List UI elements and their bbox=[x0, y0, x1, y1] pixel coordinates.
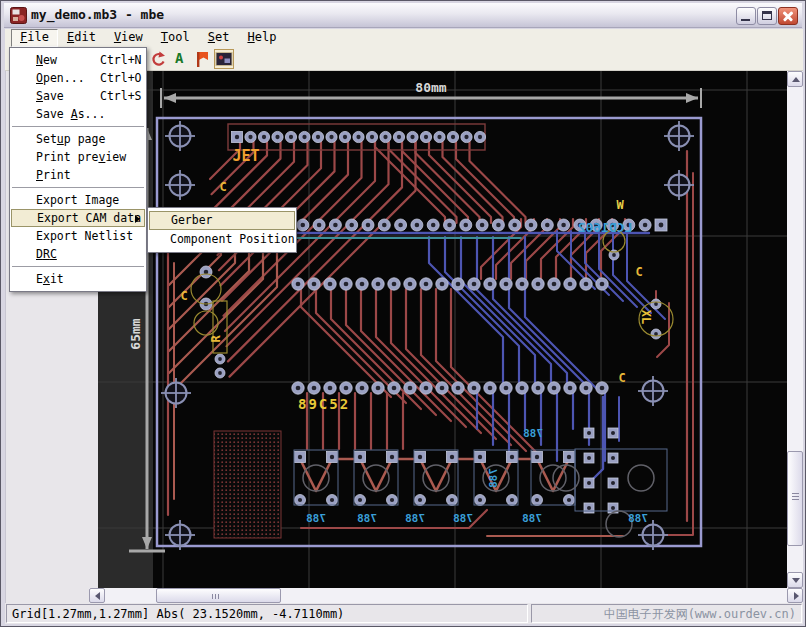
menu-item-save-as[interactable]: Save As... bbox=[10, 105, 146, 123]
status-grid-readout: Grid[1.27mm,1.27mm] Abs( 23.1520mm, -4.7… bbox=[6, 604, 528, 623]
menu-item-setup-page[interactable]: Setup page bbox=[10, 130, 146, 148]
menu-separator bbox=[12, 126, 144, 127]
copper-pour bbox=[214, 431, 281, 538]
menu-item-label: Setup page bbox=[36, 132, 105, 146]
menu-item-label: Save bbox=[36, 89, 64, 103]
menu-item-label: New bbox=[36, 53, 57, 67]
menu-item-label: Save As... bbox=[36, 107, 105, 121]
menu-help[interactable]: Help bbox=[238, 29, 285, 47]
dim-width-label: 80mm bbox=[415, 80, 446, 95]
rotate-icon[interactable] bbox=[148, 49, 168, 69]
silk-label-ic: 89C52 bbox=[298, 396, 350, 412]
silk-label-c: C bbox=[618, 371, 625, 385]
menu-item-export-netlist[interactable]: Export Netlist bbox=[10, 227, 146, 245]
vertical-scroll-thumb[interactable] bbox=[787, 451, 803, 546]
silk-label-key-mirrored: 788 bbox=[628, 512, 648, 525]
menu-item-open[interactable]: Open...Ctrl+O bbox=[10, 69, 146, 87]
menu-set[interactable]: Set bbox=[199, 29, 239, 47]
horizontal-scroll-thumb[interactable] bbox=[156, 588, 281, 603]
image-icon[interactable] bbox=[214, 49, 234, 69]
pcb-drawing: 80mm65mmJET89C52CCCCCWRXLLCD160278878878… bbox=[98, 71, 787, 588]
menu-item-save[interactable]: SaveCtrl+S bbox=[10, 87, 146, 105]
vertical-scrollbar[interactable] bbox=[787, 71, 803, 588]
menu-item-label: Export Image bbox=[36, 193, 119, 207]
submenu-arrow-icon bbox=[135, 215, 140, 223]
watermark: 中国电子开发网(www.ourdev.cn) bbox=[531, 604, 802, 623]
silk-label-lcd-mirrored: LCD1602 bbox=[578, 220, 633, 235]
menu-edit[interactable]: Edit bbox=[58, 29, 105, 47]
silk-label-c: C bbox=[635, 265, 642, 279]
statusbar: Grid[1.27mm,1.27mm] Abs( 23.1520mm, -4.7… bbox=[5, 603, 803, 624]
menu-item-drc[interactable]: DRC bbox=[10, 245, 146, 263]
menu-item-print[interactable]: Print bbox=[10, 166, 146, 184]
scroll-down-button[interactable] bbox=[787, 572, 803, 588]
app-window: my_demo.mb3 - mbe FileEditViewToolSetHel… bbox=[0, 0, 806, 627]
menu-shortcut: Ctrl+N bbox=[100, 51, 142, 69]
scroll-left-button[interactable] bbox=[89, 588, 105, 603]
horizontal-scrollbar[interactable] bbox=[89, 588, 803, 603]
silk-label-c: C bbox=[180, 289, 187, 303]
silk-label-key-mirrored: 788 bbox=[306, 512, 326, 525]
maximize-button[interactable] bbox=[757, 7, 777, 25]
close-button[interactable] bbox=[778, 7, 798, 25]
menu-view[interactable]: View bbox=[105, 29, 152, 47]
menu-separator bbox=[12, 266, 144, 267]
silk-label-crystal: XL bbox=[639, 310, 653, 324]
menu-item-label: DRC bbox=[36, 247, 57, 261]
menu-item-label: Open... bbox=[36, 71, 85, 85]
silk-label-jet: JET bbox=[232, 147, 259, 165]
silk-label-key-mirrored: 788 bbox=[453, 512, 473, 525]
menu-tool[interactable]: Tool bbox=[152, 29, 199, 47]
silk-label-key-mirrored: 788 bbox=[357, 512, 377, 525]
text-icon[interactable]: A bbox=[170, 49, 190, 69]
silk-label-w: W bbox=[616, 198, 624, 212]
silk-label-key-mirrored: 788 bbox=[522, 512, 542, 525]
menu-separator bbox=[12, 187, 144, 188]
menu-file[interactable]: File bbox=[11, 29, 58, 47]
menu-item-label: Export Netlist bbox=[36, 229, 133, 243]
menu-item-exit[interactable]: Exit bbox=[10, 270, 146, 288]
menu-item-export-image[interactable]: Export Image bbox=[10, 191, 146, 209]
menu-item-new[interactable]: NewCtrl+N bbox=[10, 51, 146, 69]
menu-shortcut: Ctrl+S bbox=[100, 87, 142, 105]
submenu-item-gerber[interactable]: Gerber bbox=[149, 211, 295, 230]
silk-label-key-mirrored: 788 bbox=[523, 427, 543, 440]
file-menu: NewCtrl+NOpen...Ctrl+OSaveCtrl+SSave As.… bbox=[9, 47, 147, 292]
menu-item-export-cam-data[interactable]: Export CAM data bbox=[11, 209, 145, 227]
flag-icon[interactable] bbox=[192, 49, 212, 69]
menu-item-label: Exit bbox=[36, 272, 64, 286]
silk-label-key-mirrored: 788 bbox=[487, 468, 500, 488]
titlebar: my_demo.mb3 - mbe bbox=[4, 3, 802, 28]
scroll-up-button[interactable] bbox=[787, 71, 803, 87]
submenu-item-component-position[interactable]: Component Position bbox=[148, 230, 296, 249]
menu-item-label: Print bbox=[36, 168, 71, 182]
menu-item-label: Export CAM data bbox=[37, 211, 141, 225]
menu-shortcut: Ctrl+O bbox=[100, 69, 142, 87]
cam-submenu: GerberComponent Position bbox=[147, 207, 297, 253]
app-icon bbox=[10, 7, 27, 24]
silk-label-c: C bbox=[219, 180, 226, 194]
pcb-canvas[interactable]: 80mm65mmJET89C52CCCCCWRXLLCD160278878878… bbox=[98, 71, 787, 588]
menu-item-print-preview[interactable]: Print preview bbox=[10, 148, 146, 166]
silk-label-key-mirrored: 788 bbox=[405, 512, 425, 525]
scroll-right-button[interactable] bbox=[787, 588, 803, 603]
silk-label-r: R bbox=[209, 335, 223, 343]
menubar: FileEditViewToolSetHelp bbox=[5, 29, 803, 47]
dim-height-label: 65mm bbox=[128, 318, 143, 349]
window-title: my_demo.mb3 - mbe bbox=[31, 7, 164, 22]
minimize-button[interactable] bbox=[736, 7, 756, 25]
menu-item-label: Print preview bbox=[36, 150, 126, 164]
